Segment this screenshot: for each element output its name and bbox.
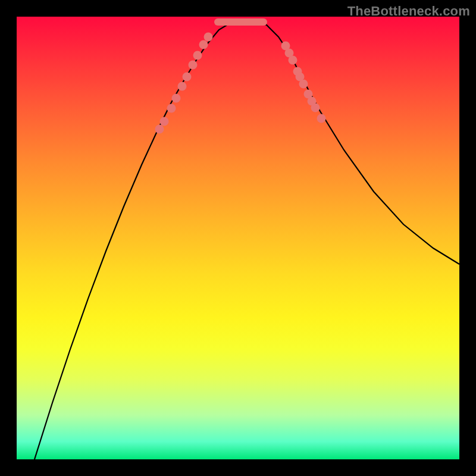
- curve-marker: [167, 104, 176, 113]
- curve-marker: [199, 40, 208, 49]
- markers-left: [155, 33, 213, 134]
- curve-marker: [204, 33, 213, 42]
- curve-marker: [189, 61, 198, 70]
- watermark-text: TheBottleneck.com: [347, 4, 470, 19]
- curve-marker: [311, 104, 320, 112]
- curve-marker: [160, 117, 169, 126]
- curve-marker: [317, 114, 326, 123]
- curve-marker: [155, 125, 164, 134]
- bottleneck-curve: [35, 20, 459, 459]
- curve-marker: [299, 80, 308, 89]
- curve-marker: [172, 94, 181, 103]
- chart-frame: [17, 17, 459, 459]
- curve-marker: [193, 51, 202, 60]
- curve-marker: [289, 56, 298, 65]
- curve-marker: [178, 82, 187, 91]
- chart-svg: [17, 17, 459, 459]
- curve-marker: [183, 73, 192, 82]
